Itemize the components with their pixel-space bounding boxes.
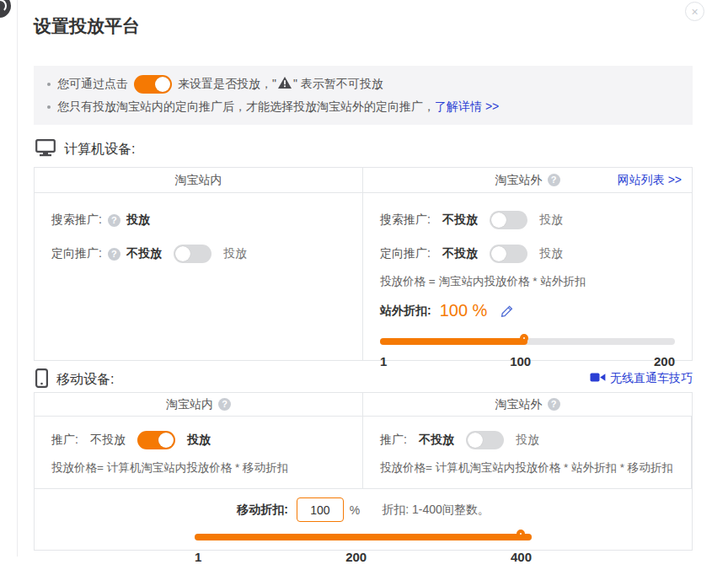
mobile-outside-formula: 投放价格= 计算机淘宝站内投放价格 * 站外折扣 * 移动折扣 (380, 460, 674, 476)
help-icon[interactable]: ? (218, 398, 231, 411)
column-title: 淘宝站内 (175, 173, 222, 188)
field-label: 搜索推广: (51, 212, 102, 228)
page-title: 设置投放平台 (34, 14, 140, 38)
toggle-knob (155, 77, 170, 92)
state-off-label: 不投放 (442, 246, 478, 261)
mobile-discount-input[interactable] (297, 497, 344, 522)
notice-text: " 表示暂不可投放 (293, 77, 383, 92)
state-idle-label: 投放 (223, 246, 247, 261)
wireless-tips-link[interactable]: 无线直通车技巧 (610, 371, 693, 386)
toggle-knob (468, 433, 483, 448)
mobile-outside-promo-row: 推广: 不投放 投放 (380, 430, 674, 450)
computer-outside-target-row: 定向推广: 不投放 投放 (380, 244, 675, 264)
phone-icon (35, 368, 48, 391)
state-idle-label: 投放 (539, 246, 563, 261)
mobile-discount-hint: 折扣: 1-400间整数。 (382, 503, 490, 518)
warning-triangle-icon (278, 77, 292, 91)
slider-max-label: 400 (511, 550, 532, 564)
toggle-knob (491, 246, 506, 261)
field-label: 定向推广: (51, 246, 102, 261)
computer-section-title: 计算机设备: (64, 141, 135, 159)
slider-handle[interactable] (520, 334, 528, 342)
column-title: 淘宝站外 (495, 173, 543, 188)
mobile-inside-promo-toggle[interactable] (137, 431, 175, 449)
computer-inside-cell: 搜索推广: ? 投放 定向推广: ? 不投放 投放 (35, 193, 363, 360)
field-label: 定向推广: (380, 246, 431, 261)
state-off-label: 不投放 (442, 212, 478, 228)
field-label: 推广: (380, 433, 407, 448)
notice-box: 您可通过点击 来设置是否投放，" " 表示暂不可投放 您只有投放淘宝站内的定向推… (34, 66, 693, 125)
mobile-section-title: 移动设备: (56, 371, 114, 389)
slider-fill (380, 338, 527, 345)
mobile-inside-cell: 推广: 不投放 投放 投放价格= 计算机淘宝站内投放价格 * 移动折扣 (35, 417, 363, 488)
mobile-discount-slider-wrap: 1 200 400 (195, 530, 532, 564)
wireless-tips: 无线直通车技巧 (590, 371, 693, 386)
outside-discount-value: 100 % (440, 301, 488, 320)
notice-text: 来设置是否投放，" (178, 77, 276, 92)
computer-inside-target-row: 定向推广: ? 不投放 投放 (51, 244, 345, 264)
mobile-inside-formula: 投放价格= 计算机淘宝站内投放价格 * 移动折扣 (51, 460, 345, 476)
close-icon[interactable]: × (685, 2, 704, 21)
outside-discount-label: 站外折扣: (380, 304, 431, 319)
computer-outside-header: 淘宝站外 ? 网站列表 >> (363, 168, 692, 192)
outside-price-formula: 投放价格 = 淘宝站内投放价格 * 站外折扣 (380, 274, 675, 289)
bullet-icon (47, 105, 51, 109)
page-corner-badge (0, 0, 11, 18)
computer-inside-header: 淘宝站内 (35, 168, 363, 192)
computer-inside-target-toggle[interactable] (174, 245, 211, 263)
mobile-discount-label: 移动折扣: (237, 503, 288, 518)
mobile-discount-slider[interactable] (195, 530, 532, 545)
example-toggle[interactable] (134, 75, 172, 94)
toggle-knob (491, 212, 506, 228)
learn-more-link[interactable]: 了解详情 >> (435, 99, 499, 115)
computer-section-heading: 计算机设备: (35, 139, 135, 160)
toggle-knob (175, 246, 190, 261)
slider-mid-label: 200 (345, 550, 367, 564)
monitor-icon (35, 139, 56, 160)
help-icon[interactable]: ? (548, 174, 560, 186)
column-title: 淘宝站内 (166, 397, 213, 412)
notice-line-1: 您可通过点击 来设置是否投放，" " 表示暂不可投放 (44, 73, 682, 95)
bullet-icon (47, 83, 51, 86)
slider-fill (195, 534, 532, 540)
notice-line-2: 您只有投放淘宝站内的定向推广后，才能选择投放淘宝站外的定向推广， 了解详情 >> (44, 95, 682, 118)
dialog-left-border (17, 0, 18, 557)
outside-slider-labels: 1 100 200 (380, 354, 675, 368)
mobile-outside-header: 淘宝站外 ? (363, 393, 692, 416)
help-icon[interactable]: ? (108, 214, 120, 227)
mobile-discount-row: 移动折扣: % 折扣: 1-400间整数。 1 200 400 (35, 488, 692, 569)
video-camera-icon (590, 372, 606, 385)
outside-discount-slider[interactable] (380, 334, 675, 349)
edit-pencil-icon[interactable] (500, 304, 514, 318)
mobile-section-heading: 移动设备: (35, 368, 114, 391)
computer-outside-search-row: 搜索推广: 不投放 投放 (380, 210, 675, 230)
computer-outside-cell: 搜索推广: 不投放 投放 定向推广: 不投放 投放 投 (363, 193, 692, 360)
set-platform-dialog: × 设置投放平台 您可通过点击 来设置是否投放，" " 表示暂不可投放 您只有投… (0, 0, 728, 570)
state-idle-label: 投放 (516, 433, 539, 448)
mobile-slider-labels: 1 200 400 (195, 550, 532, 564)
toggle-knob (158, 433, 174, 448)
state-on-label: 投放 (126, 212, 150, 228)
state-idle-label: 不投放 (90, 433, 126, 448)
state-on-label: 投放 (187, 433, 211, 448)
computer-inside-search-row: 搜索推广: ? 投放 (51, 210, 345, 230)
slider-mid-label: 100 (510, 354, 531, 368)
slider-max-label: 200 (654, 354, 675, 368)
mobile-outside-cell: 推广: 不投放 投放 投放价格= 计算机淘宝站内投放价格 * 站外折扣 * 移动… (363, 417, 692, 488)
mobile-table: 淘宝站内 ? 淘宝站外 ? 推广: 不投放 投放 投放价格= (34, 392, 693, 551)
computer-table-header: 淘宝站内 淘宝站外 ? 网站列表 >> (35, 168, 692, 193)
mobile-outside-promo-toggle[interactable] (466, 431, 504, 449)
percent-unit: % (350, 503, 360, 517)
outside-discount-slider-wrap: 1 100 200 (380, 334, 675, 368)
help-icon[interactable]: ? (548, 398, 560, 411)
mobile-inside-header: 淘宝站内 ? (35, 393, 363, 416)
slider-handle[interactable] (517, 530, 525, 538)
computer-outside-target-toggle[interactable] (490, 245, 527, 263)
slider-min-label: 1 (380, 354, 387, 368)
state-idle-label: 投放 (539, 212, 563, 228)
computer-outside-search-toggle[interactable] (490, 211, 527, 229)
mobile-table-header: 淘宝站内 ? 淘宝站外 ? (35, 393, 692, 417)
site-list-link[interactable]: 网站列表 >> (618, 173, 682, 188)
help-icon[interactable]: ? (108, 248, 120, 261)
computer-table: 淘宝站内 淘宝站外 ? 网站列表 >> 搜索推广: ? 投放 定向推广: (34, 167, 693, 361)
